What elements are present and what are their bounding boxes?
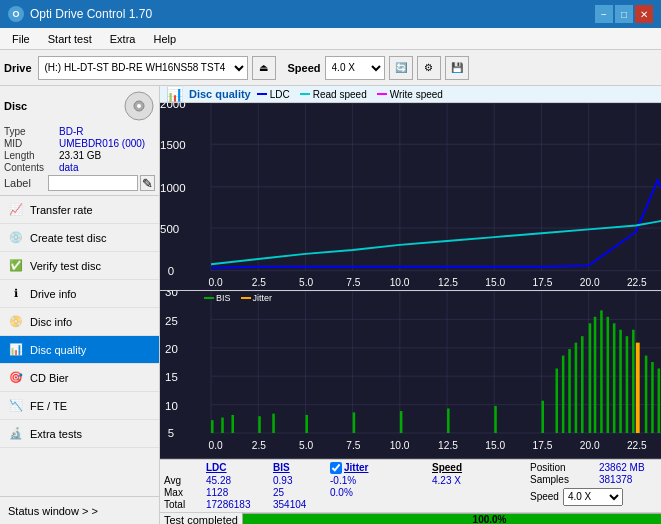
maximize-button[interactable]: □ bbox=[615, 5, 633, 23]
nav-drive-info[interactable]: ℹ Drive info bbox=[0, 280, 159, 308]
svg-text:20.0: 20.0 bbox=[580, 277, 600, 288]
stats-max-row: Max 1128 25 0.0% bbox=[164, 487, 522, 498]
menu-extra[interactable]: Extra bbox=[102, 31, 144, 47]
disc-length-row: Length 23.31 GB bbox=[4, 150, 155, 161]
refresh-button[interactable]: 🔄 bbox=[389, 56, 413, 80]
disc-quality-title: Disc quality bbox=[189, 88, 251, 100]
stats-avg-row: Avg 45.28 0.93 -0.1% 4.23 X bbox=[164, 475, 522, 486]
svg-rect-70 bbox=[305, 415, 308, 433]
disc-mid: UMEBDR016 (000) bbox=[59, 138, 145, 149]
disc-quality-header-icon: 📊 bbox=[166, 86, 183, 102]
legend-bottom: BIS Jitter bbox=[204, 293, 272, 303]
svg-rect-46 bbox=[160, 291, 661, 459]
speed-select[interactable]: 4.0 X bbox=[325, 56, 385, 80]
jitter-checkbox[interactable] bbox=[330, 462, 342, 474]
drive-select[interactable]: (H:) HL-DT-ST BD-RE WH16NS58 TST4 bbox=[38, 56, 248, 80]
transfer-rate-icon: 📈 bbox=[8, 202, 24, 218]
stats-jitter-header: Jitter bbox=[344, 462, 368, 473]
eject-button[interactable]: ⏏ bbox=[252, 56, 276, 80]
nav-transfer-rate-label: Transfer rate bbox=[30, 204, 93, 216]
nav-create-test-disc[interactable]: 💿 Create test disc bbox=[0, 224, 159, 252]
svg-text:17.5: 17.5 bbox=[533, 277, 553, 288]
settings-button[interactable]: ⚙ bbox=[417, 56, 441, 80]
svg-rect-68 bbox=[258, 416, 261, 433]
legend-ldc: LDC bbox=[257, 89, 290, 100]
legend-read-speed-label: Read speed bbox=[313, 89, 367, 100]
disc-icon bbox=[123, 90, 155, 122]
disc-type: BD-R bbox=[59, 126, 83, 137]
nav-cd-bier[interactable]: 🎯 CD Bier bbox=[0, 364, 159, 392]
svg-rect-78 bbox=[568, 349, 571, 433]
close-button[interactable]: ✕ bbox=[635, 5, 653, 23]
nav-fe-te[interactable]: 📉 FE / TE bbox=[0, 392, 159, 420]
svg-text:0: 0 bbox=[168, 264, 174, 276]
position-speed-grid: Position 23862 MB Samples 381378 bbox=[530, 462, 661, 485]
speed-label: Speed bbox=[288, 62, 321, 74]
svg-rect-87 bbox=[626, 336, 629, 433]
svg-text:10.0: 10.0 bbox=[390, 439, 410, 450]
svg-rect-85 bbox=[613, 323, 616, 433]
svg-text:22.5: 22.5 bbox=[627, 439, 647, 450]
disc-label-input[interactable] bbox=[48, 175, 138, 191]
title-bar-left: O Opti Drive Control 1.70 bbox=[8, 6, 152, 22]
svg-text:25: 25 bbox=[165, 314, 178, 326]
svg-rect-83 bbox=[600, 310, 603, 433]
save-button[interactable]: 💾 bbox=[445, 56, 469, 80]
disc-title: Disc bbox=[4, 100, 27, 112]
svg-rect-67 bbox=[231, 415, 234, 433]
legend-ldc-dot bbox=[257, 93, 267, 95]
status-window[interactable]: Status window > > bbox=[0, 496, 159, 524]
charts-area: 2000 1500 1000 500 0 18X 16X 14X 12X 10X… bbox=[160, 103, 661, 512]
minimize-button[interactable]: − bbox=[595, 5, 613, 23]
stats-right: Position 23862 MB Samples 381378 Speed 4… bbox=[526, 460, 661, 512]
legend-bis: BIS bbox=[204, 293, 231, 303]
status-window-label: Status window > > bbox=[8, 505, 98, 517]
total-spacer2 bbox=[432, 499, 522, 510]
disc-panel: Disc Type BD-R MID UMEBDR016 (000) Lengt… bbox=[0, 86, 159, 196]
max-bis: 25 bbox=[273, 487, 328, 498]
svg-rect-86 bbox=[619, 330, 622, 433]
svg-rect-77 bbox=[562, 356, 565, 433]
svg-text:12.5: 12.5 bbox=[438, 439, 458, 450]
total-spacer bbox=[330, 499, 430, 510]
nav-transfer-rate[interactable]: 📈 Transfer rate bbox=[0, 196, 159, 224]
menu-file[interactable]: File bbox=[4, 31, 38, 47]
nav-extra-tests[interactable]: 🔬 Extra tests bbox=[0, 420, 159, 448]
chart2-container: BIS Jitter bbox=[160, 291, 661, 459]
disc-quality-header: 📊 Disc quality LDC Read speed Write spee… bbox=[160, 86, 661, 103]
stats-ldc-header: LDC bbox=[206, 462, 271, 474]
cd-bier-icon: 🎯 bbox=[8, 370, 24, 386]
nav-verify-test-disc[interactable]: ✅ Verify test disc bbox=[0, 252, 159, 280]
verify-test-disc-icon: ✅ bbox=[8, 258, 24, 274]
progress-pct: 100.0% bbox=[243, 514, 661, 524]
svg-text:5.0: 5.0 bbox=[299, 439, 313, 450]
disc-label-row: Label ✎ bbox=[4, 175, 155, 191]
nav-disc-quality[interactable]: 📊 Disc quality bbox=[0, 336, 159, 364]
menu-help[interactable]: Help bbox=[145, 31, 184, 47]
svg-text:7.5: 7.5 bbox=[346, 439, 360, 450]
svg-rect-73 bbox=[447, 408, 450, 433]
disc-contents-row: Contents data bbox=[4, 162, 155, 173]
svg-rect-81 bbox=[589, 323, 592, 433]
speed-target-select[interactable]: 4.0 X bbox=[563, 488, 623, 506]
bottom-bar: Test completed 100.0% 33:52 bbox=[160, 512, 661, 524]
nav-extra-tests-label: Extra tests bbox=[30, 428, 82, 440]
avg-ldc: 45.28 bbox=[206, 475, 271, 486]
nav-disc-info[interactable]: 📀 Disc info bbox=[0, 308, 159, 336]
svg-text:17.5: 17.5 bbox=[533, 439, 553, 450]
svg-rect-74 bbox=[494, 406, 497, 433]
menu-start-test[interactable]: Start test bbox=[40, 31, 100, 47]
svg-text:22.5: 22.5 bbox=[627, 277, 647, 288]
label-edit-button[interactable]: ✎ bbox=[140, 175, 155, 191]
svg-text:1500: 1500 bbox=[160, 139, 186, 151]
stats-empty bbox=[164, 462, 204, 474]
legend-read-speed: Read speed bbox=[300, 89, 367, 100]
chart1-svg: 2000 1500 1000 500 0 18X 16X 14X 12X 10X… bbox=[160, 103, 661, 290]
svg-text:12.5: 12.5 bbox=[438, 277, 458, 288]
stats-total-row: Total 17286183 354104 bbox=[164, 499, 522, 510]
total-ldc: 17286183 bbox=[206, 499, 271, 510]
chart2-svg: 30 25 20 15 10 5 10% 8% 6% 4% 2% 0.0 2.5… bbox=[160, 291, 661, 459]
legend-write-speed-dot bbox=[377, 93, 387, 95]
avg-speed: 4.23 X bbox=[432, 475, 522, 486]
title-bar-controls: − □ ✕ bbox=[595, 5, 653, 23]
